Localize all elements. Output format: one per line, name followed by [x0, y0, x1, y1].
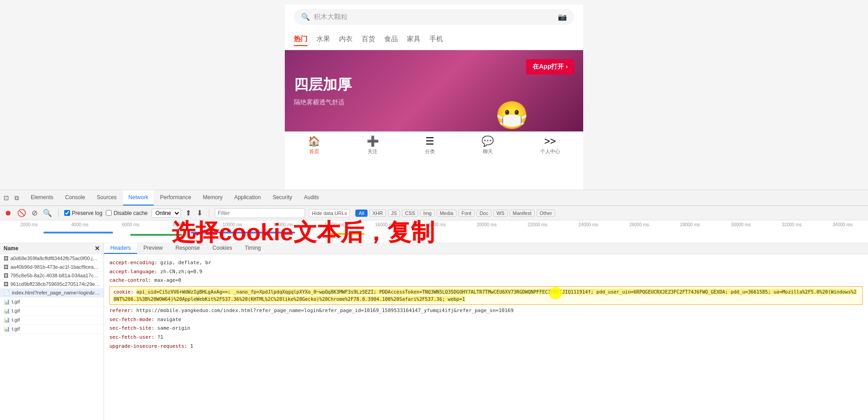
file-item-1[interactable]: 🖼aa40b96d-981b-473e-ac1f-1bacf9cea395.jp…: [0, 263, 104, 271]
chat-icon: 💬: [481, 135, 494, 147]
filter-tag-xhr[interactable]: XHR: [369, 210, 386, 217]
tab-audits[interactable]: Audits: [298, 190, 324, 205]
nav-tab-hot[interactable]: 热门: [294, 33, 307, 46]
timeline-bar-1: [43, 232, 113, 233]
cursor-indicator: [549, 287, 562, 299]
home-label: 首页: [309, 148, 319, 155]
nav-tab-underwear[interactable]: 内衣: [339, 33, 353, 46]
inspect-icon[interactable]: ⊡: [2, 193, 11, 203]
nav-tab-furniture[interactable]: 家具: [407, 33, 420, 46]
file-item-3[interactable]: 🖼961cd9bff238cb759695c2705174c29e.jpeg?…: [0, 280, 104, 289]
nav-tab-food[interactable]: 食品: [384, 33, 398, 46]
preserve-log-checkbox[interactable]: Preserve log: [64, 210, 102, 216]
profile-icon: >>: [544, 135, 556, 147]
tick-1: 2000 ms: [4, 222, 54, 227]
file-icon-0: 🖼: [4, 256, 9, 261]
filter-tag-css[interactable]: CSS: [402, 210, 419, 217]
filter-tag-ws[interactable]: WS: [493, 210, 508, 217]
banner-text: 四层加厚 隔绝雾霾透气舒适: [285, 66, 361, 116]
banner-subtitle: 隔绝雾霾透气舒适: [294, 98, 352, 107]
import-button[interactable]: ⬆: [184, 209, 192, 217]
header-accept-language: accept-language: zh-CN,zh;q=0.9: [109, 268, 863, 276]
device-icon[interactable]: ⧉: [13, 193, 21, 203]
clear-button[interactable]: 🚫: [16, 209, 27, 217]
follow-icon: ➕: [367, 135, 379, 147]
tab-memory[interactable]: Memory: [198, 190, 228, 205]
nav-tab-goods[interactable]: 百货: [362, 33, 375, 46]
detail-tab-headers[interactable]: Headers: [104, 243, 137, 254]
header-cookie[interactable]: cookie: api_uid=CiSzVV6+WdWzIgBHLgAxAg==…: [109, 286, 863, 305]
category-label: 分类: [425, 148, 435, 155]
filter-tags: All XHR JS CSS Img Media Font Doc WS Man…: [355, 210, 555, 217]
tab-application[interactable]: Application: [229, 190, 266, 205]
file-icon-1: 🖼: [4, 264, 9, 270]
filter-tag-all[interactable]: All: [355, 210, 367, 217]
throttle-select[interactable]: Online: [151, 209, 181, 218]
tick-15: 30000 ms: [716, 222, 766, 227]
banner-badge[interactable]: 在App打开: [526, 59, 574, 75]
tab-network[interactable]: Network: [123, 190, 154, 205]
record-button[interactable]: ⏺: [4, 209, 13, 217]
devtools-tabs: ⊡ ⧉ Elements Console Sources Network Per…: [0, 190, 868, 206]
overlay-instruction-text: 选择cookie文本后，复制: [172, 217, 434, 248]
file-item-2[interactable]: 🖼795c8e5b-8a2c-4038-b81a-034aa17cb44e.jp…: [0, 271, 104, 280]
file-item-0[interactable]: 🖼a0d68e359fa8cffdf83442fb75ac0f00.jpeg?m…: [0, 254, 104, 263]
search-button[interactable]: 🔍: [42, 209, 53, 217]
search-bar[interactable]: 🔍 积木大颗粒 📷: [294, 9, 574, 25]
tab-security[interactable]: Security: [267, 190, 297, 205]
close-files-button[interactable]: ✕: [94, 245, 100, 252]
tab-console[interactable]: Console: [60, 190, 90, 205]
tick-11: 22000 ms: [512, 222, 563, 227]
filter-tag-font[interactable]: Font: [458, 210, 475, 217]
bottom-nav-category[interactable]: ☰ 分类: [425, 135, 435, 155]
hide-data-button[interactable]: Hide data URLs: [309, 209, 350, 217]
tab-sources[interactable]: Sources: [91, 190, 122, 205]
file-icon-4: 📄: [4, 290, 10, 295]
nav-tab-fruit[interactable]: 水果: [316, 33, 330, 46]
filter-tag-other[interactable]: Other: [537, 210, 556, 217]
header-cache-control: cache-control: max-age=0: [109, 276, 863, 285]
filter-icon[interactable]: ⊘: [31, 209, 38, 217]
camera-icon: 📷: [558, 13, 567, 21]
filter-tag-js[interactable]: JS: [388, 210, 400, 217]
bottom-nav-profile[interactable]: >> 个人中心: [540, 135, 560, 155]
file-item-8[interactable]: 📊t.gif: [0, 325, 104, 334]
mobile-frame: 🔍 积木大颗粒 📷 热门 水果 内衣 百货 食品 家具 手机 四层加厚 隔绝雾霾…: [285, 5, 583, 190]
bottom-nav-follow[interactable]: ➕ 关注: [367, 135, 379, 155]
header-sec-fetch-user: sec-fetch-user: ?1: [109, 333, 863, 341]
file-item-7[interactable]: 📊t.gif: [0, 316, 104, 325]
browser-content: 🔍 积木大颗粒 📷 热门 水果 内衣 百货 食品 家具 手机 四层加厚 隔绝雾霾…: [0, 0, 868, 190]
tick-10: 20000 ms: [461, 222, 512, 227]
file-item-5[interactable]: 📊t.gif: [0, 298, 104, 307]
bottom-nav-home[interactable]: 🏠 首页: [308, 135, 320, 155]
file-icon-8: 📊: [4, 326, 10, 331]
filter-tag-manifest[interactable]: Manifest: [509, 210, 535, 217]
chat-label: 聊天: [483, 148, 493, 155]
file-icon-2: 🖼: [4, 273, 9, 278]
nav-tab-phone[interactable]: 手机: [429, 33, 443, 46]
file-icon-7: 📊: [4, 317, 10, 322]
name-column-header: Name: [4, 245, 19, 252]
divider-1: [58, 209, 59, 217]
disable-cache-checkbox[interactable]: Disable cache: [106, 210, 147, 216]
file-item-4[interactable]: 📄index.html?refer_page_name=login&refer_…: [0, 289, 104, 298]
tick-17: 34000 ms: [817, 222, 868, 227]
divider-2: [209, 209, 209, 217]
filter-tag-media[interactable]: Media: [437, 210, 457, 217]
banner-image: 😷: [495, 99, 529, 131]
tick-16: 32000 ms: [766, 222, 817, 227]
search-text: 积木大颗粒: [314, 13, 348, 21]
filter-tag-doc[interactable]: Doc: [476, 210, 492, 217]
export-button[interactable]: ⬇: [196, 209, 203, 217]
bottom-nav: 🏠 首页 ➕ 关注 ☰ 分类 💬 聊天 >> 个人中心: [285, 131, 583, 159]
bottom-nav-chat[interactable]: 💬 聊天: [481, 135, 494, 155]
file-item-6[interactable]: 📊t.gif: [0, 307, 104, 316]
follow-label: 关注: [368, 148, 377, 155]
file-icon-5: 📊: [4, 299, 10, 304]
tick-3: 6000 ms: [105, 222, 156, 227]
detail-tab-preview[interactable]: Preview: [137, 243, 169, 254]
tab-elements[interactable]: Elements: [25, 190, 59, 205]
devtools-main: Name ✕ 🖼a0d68e359fa8cffdf83442fb75ac0f00…: [0, 243, 868, 420]
filter-tag-img[interactable]: Img: [420, 210, 434, 217]
tab-performance[interactable]: Performance: [155, 190, 197, 205]
